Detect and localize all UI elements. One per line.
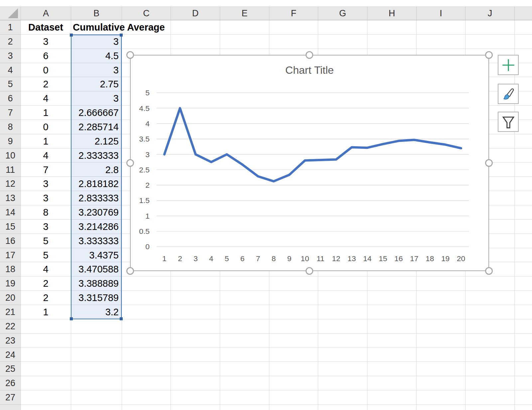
chart-resize-handle-top-center[interactable] <box>306 51 313 59</box>
row-header-18[interactable]: 18 <box>0 262 21 276</box>
cell-a13[interactable]: 3 <box>21 191 70 205</box>
row-header-7[interactable]: 7 <box>0 106 21 120</box>
x-axis-tick-label: 10 <box>301 254 309 263</box>
row-header-23[interactable]: 23 <box>0 334 21 348</box>
cell-a7[interactable]: 1 <box>21 106 70 120</box>
row-header-21[interactable]: 21 <box>0 305 21 319</box>
column-header-D[interactable]: D <box>171 7 220 20</box>
chart-resize-handle-bottom-right[interactable] <box>485 267 493 275</box>
series-line-cumulative-average[interactable] <box>164 108 461 181</box>
cell-b18[interactable]: 3.470588 <box>71 262 119 276</box>
row-header-26[interactable]: 26 <box>0 376 21 390</box>
cell-b16[interactable]: 3.333333 <box>71 234 119 248</box>
row-header-20[interactable]: 20 <box>0 291 21 305</box>
cell-a3[interactable]: 6 <box>21 49 70 63</box>
cell-a12[interactable]: 3 <box>21 177 70 191</box>
cell-b11[interactable]: 2.8 <box>71 163 119 177</box>
cell-a9[interactable]: 1 <box>21 134 70 149</box>
x-axis-tick-label: 4 <box>209 254 213 263</box>
cell-a14[interactable]: 8 <box>21 205 70 220</box>
cell-b12[interactable]: 2.818182 <box>71 177 119 191</box>
chart-resize-handle-bottom-center[interactable] <box>306 267 313 275</box>
chart-filters-button[interactable] <box>498 112 519 132</box>
cell-b2[interactable]: 3 <box>71 35 119 49</box>
column-header-stub <box>514 7 532 20</box>
row-header-24[interactable]: 24 <box>0 348 21 362</box>
cell-a11[interactable]: 7 <box>21 163 70 177</box>
chart-object[interactable]: Chart Title 00.511.522.533.544.551234567… <box>130 55 489 271</box>
cell-a21[interactable]: 1 <box>21 305 70 319</box>
column-header-E[interactable]: E <box>220 7 269 20</box>
row-header-5[interactable]: 5 <box>0 77 21 91</box>
cell-a4[interactable]: 0 <box>21 63 70 77</box>
cell-a18[interactable]: 4 <box>21 262 70 276</box>
column-header-B[interactable]: B <box>71 7 122 20</box>
cell-a16[interactable]: 5 <box>21 234 70 248</box>
row-header-8[interactable]: 8 <box>0 120 21 134</box>
row-header-14[interactable]: 14 <box>0 205 21 220</box>
column-header-C[interactable]: C <box>122 7 171 20</box>
cell-b6[interactable]: 3 <box>71 91 119 106</box>
row-header-13[interactable]: 13 <box>0 191 21 205</box>
chart-resize-handle-mid-right[interactable] <box>485 159 493 167</box>
column-header-G[interactable]: G <box>318 7 367 20</box>
row-header-12[interactable]: 12 <box>0 177 21 191</box>
cell-b15[interactable]: 3.214286 <box>71 220 119 234</box>
cell-a8[interactable]: 0 <box>21 120 70 134</box>
row-header-15[interactable]: 15 <box>0 220 21 234</box>
cell-b19[interactable]: 3.388889 <box>71 276 119 291</box>
row-header-3[interactable]: 3 <box>0 49 21 63</box>
cell-b4[interactable]: 3 <box>71 63 119 77</box>
cell-b21[interactable]: 3.2 <box>71 305 119 319</box>
cell-a20[interactable]: 2 <box>21 291 70 305</box>
y-axis-tick-label: 4 <box>145 119 150 128</box>
column-header-A[interactable]: A <box>21 7 71 20</box>
column-header-J[interactable]: J <box>465 7 514 20</box>
cell-b1-cumulative-average-header[interactable]: Cumulative Average <box>73 20 165 35</box>
cell-a6[interactable]: 4 <box>21 91 70 106</box>
chart-resize-handle-mid-left[interactable] <box>126 159 134 167</box>
cell-b9[interactable]: 2.125 <box>71 134 119 149</box>
cell-a5[interactable]: 2 <box>21 77 70 91</box>
cell-a2[interactable]: 3 <box>21 35 70 49</box>
cell-b5[interactable]: 2.75 <box>71 77 119 91</box>
cell-a10[interactable]: 4 <box>21 149 70 163</box>
cell-b13[interactable]: 2.833333 <box>71 191 119 205</box>
row-header-10[interactable]: 10 <box>0 149 21 163</box>
chart-styles-button[interactable] <box>498 84 519 104</box>
y-axis-tick-label: 1.5 <box>139 196 150 205</box>
cell-b7[interactable]: 2.666667 <box>71 106 119 120</box>
row-header-17[interactable]: 17 <box>0 248 21 262</box>
column-header-I[interactable]: I <box>416 7 465 20</box>
chart-title[interactable]: Chart Title <box>131 64 488 76</box>
column-header-F[interactable]: F <box>269 7 318 20</box>
row-header-6[interactable]: 6 <box>0 91 21 106</box>
cell-b10[interactable]: 2.333333 <box>71 149 119 163</box>
row-header-22[interactable]: 22 <box>0 319 21 334</box>
cell-b20[interactable]: 3.315789 <box>71 291 119 305</box>
cell-a17[interactable]: 5 <box>21 248 70 262</box>
column-header-H[interactable]: H <box>367 7 416 20</box>
chart-resize-handle-top-right[interactable] <box>485 51 493 59</box>
row-header-25[interactable]: 25 <box>0 362 21 376</box>
cell-a19[interactable]: 2 <box>21 276 70 291</box>
cell-b3[interactable]: 4.5 <box>71 49 119 63</box>
y-axis-tick-label: 3.5 <box>139 135 150 143</box>
select-all-button[interactable] <box>0 7 21 20</box>
row-header-16[interactable]: 16 <box>0 234 21 248</box>
row-header-2[interactable]: 2 <box>0 35 21 49</box>
cell-b14[interactable]: 3.230769 <box>71 205 119 220</box>
chart-elements-button[interactable] <box>498 55 519 75</box>
chart-resize-handle-top-left[interactable] <box>126 51 134 59</box>
cell-b8[interactable]: 2.285714 <box>71 120 119 134</box>
row-header-4[interactable]: 4 <box>0 63 21 77</box>
chart-resize-handle-bottom-left[interactable] <box>126 267 134 275</box>
cell-b17[interactable]: 3.4375 <box>71 248 119 262</box>
row-header-19[interactable]: 19 <box>0 276 21 291</box>
row-header-9[interactable]: 9 <box>0 134 21 149</box>
cell-a1-dataset-header[interactable]: Dataset <box>21 20 71 35</box>
cell-a15[interactable]: 3 <box>21 220 70 234</box>
row-header-11[interactable]: 11 <box>0 163 21 177</box>
row-header-1[interactable]: 1 <box>0 20 21 35</box>
row-header-27[interactable]: 27 <box>0 390 21 405</box>
